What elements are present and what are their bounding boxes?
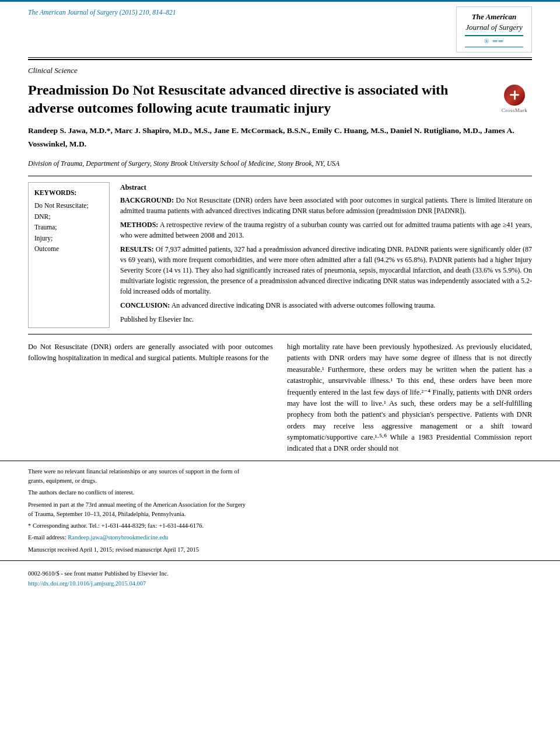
article-title-area: Preadmission Do Not Resuscitate advanced… — [0, 78, 560, 117]
results-text: Of 7,937 admitted patients, 327 had a pr… — [120, 245, 532, 295]
crossmark-icon — [504, 85, 525, 106]
crossmark-label: CrossMark — [502, 107, 528, 113]
issn-info: 0002-9610/$ - see front matter Published… — [28, 569, 532, 579]
section-label: Clinical Science — [0, 60, 560, 78]
journal-logo-mark: ® ══ — [465, 35, 523, 47]
abstract-box: Abstract BACKGROUND: Do Not Resuscitate … — [120, 182, 532, 328]
abstract-conclusion: CONCLUSION: An advanced directive indica… — [120, 300, 532, 311]
background-text: Do Not Resuscitate (DNR) orders have bee… — [120, 196, 532, 215]
header-divider-1 — [28, 57, 532, 58]
keyword-3: Trauma; — [34, 222, 103, 232]
methods-text: A retrospective review of the trauma reg… — [120, 221, 532, 239]
abstract-title: Abstract — [120, 182, 532, 193]
doi-link[interactable]: http://dx.doi.org/10.1016/j.amjsurg.2015… — [28, 579, 532, 589]
journal-reference: The American Journal of Surgery (2015) 2… — [28, 6, 176, 16]
author-list: Randeep S. Jawa, M.D.*, Marc J. Shapiro,… — [28, 124, 532, 151]
footnote-financial: There were no relevant financial relatio… — [28, 467, 250, 486]
abstract-methods: METHODS: A retrospective review of the t… — [120, 219, 532, 240]
keywords-box: KEYWORDS: Do Not Resuscitate; DNR; Traum… — [28, 182, 110, 328]
keyword-4: Injury; — [34, 233, 103, 243]
keyword-5: Outcome — [34, 243, 103, 254]
footnote-received: Manuscript received April 1, 2015; revis… — [28, 545, 250, 555]
article-title: Preadmission Do Not Resuscitate advanced… — [28, 81, 497, 117]
conclusion-label: CONCLUSION: — [120, 301, 170, 309]
keyword-2: DNR; — [34, 211, 103, 222]
footnote-corresponding: * Corresponding author. Tel.: +1-631-444… — [28, 521, 250, 531]
abstract-background: BACKGROUND: Do Not Resuscitate (DNR) ord… — [120, 195, 532, 216]
authors: Randeep S. Jawa, M.D.*, Marc J. Shapiro,… — [0, 117, 560, 154]
page: The American Journal of Surgery (2015) 2… — [0, 0, 560, 753]
results-label: RESULTS: — [120, 245, 154, 253]
body-right-column: high mortality rate have been previously… — [287, 341, 532, 455]
body-left-column: Do Not Resuscitate (DNR) orders are gene… — [28, 341, 273, 455]
page-header: The American Journal of Surgery (2015) 2… — [0, 2, 560, 53]
journal-logo-title: The American — [465, 12, 523, 22]
email-label: E-mail address: — [28, 534, 66, 541]
affiliation: Division of Trauma, Department of Surger… — [0, 154, 560, 171]
published-by: Published by Elsevier Inc. — [120, 314, 532, 325]
crossmark-badge: CrossMark — [497, 85, 532, 113]
methods-label: METHODS: — [120, 221, 158, 229]
body-columns: Do Not Resuscitate (DNR) orders are gene… — [0, 334, 560, 455]
footnote-presentation: Presented in part at the 73rd annual mee… — [28, 500, 250, 520]
publisher-info: 0002-9610/$ - see front matter Published… — [0, 560, 560, 589]
footnotes-column: There were no relevant financial relatio… — [28, 467, 250, 555]
keywords-title: KEYWORDS: — [34, 187, 103, 198]
footnote-email: E-mail address: Randeep.jawa@stonybrookm… — [28, 533, 250, 542]
conclusion-text: An advanced directive indicating DNR is … — [172, 301, 436, 309]
abstract-area: KEYWORDS: Do Not Resuscitate; DNR; Traum… — [0, 176, 560, 328]
journal-logo: The American Journal of Surgery ® ══ — [456, 6, 532, 53]
footnote-conflicts: The authors declare no conflicts of inte… — [28, 488, 250, 497]
abstract-results: RESULTS: Of 7,937 admitted patients, 327… — [120, 244, 532, 297]
background-label: BACKGROUND: — [120, 196, 174, 204]
journal-logo-sub: Journal of Surgery — [465, 22, 523, 33]
keyword-1: Do Not Resuscitate; — [34, 200, 103, 211]
footnotes-area: There were no relevant financial relatio… — [0, 461, 560, 555]
email-address[interactable]: Randeep.jawa@stonybrookmedicine.edu — [68, 534, 168, 541]
